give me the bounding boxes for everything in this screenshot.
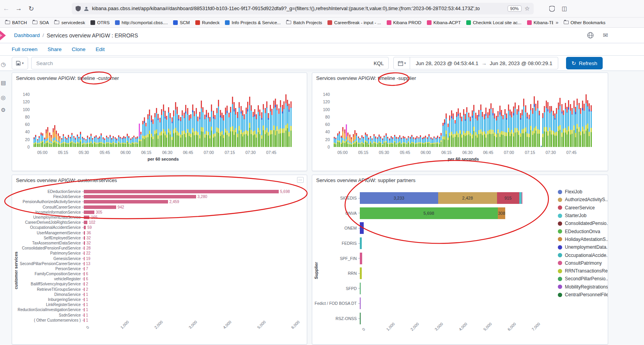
bar[interactable] <box>84 293 85 296</box>
bar-segment[interactable] <box>360 313 361 324</box>
zoom-level-badge[interactable]: 90% <box>508 5 522 12</box>
discover-icon[interactable]: ◎ <box>1 94 5 101</box>
bar[interactable] <box>84 195 196 198</box>
timeline-bar[interactable] <box>591 94 592 147</box>
bookmark-item[interactable]: Info Projects & Service... <box>222 19 283 26</box>
bar-segment[interactable]: 3,233 <box>360 192 438 204</box>
bookmark-item[interactable]: Kibana PROD <box>384 19 424 26</box>
share-link[interactable]: Share <box>48 46 62 52</box>
bar-segment[interactable]: 2,428 <box>438 192 497 204</box>
back-icon[interactable]: ← <box>0 5 12 12</box>
bookmark-item[interactable]: Batch Projects <box>283 19 325 26</box>
bookmark-item[interactable]: Kibana-ACPT <box>424 19 464 26</box>
other-bookmarks[interactable]: Other Bookmarks <box>561 19 608 26</box>
search-input[interactable] <box>32 60 373 66</box>
bar[interactable] <box>84 277 85 281</box>
bar[interactable] <box>84 267 85 271</box>
bookmark-star-icon[interactable]: ☆ <box>525 5 530 12</box>
bookmark-item[interactable]: servicedesk <box>51 19 88 26</box>
bookmark-item[interactable]: Kibana-TEST <box>524 19 554 26</box>
legend-item[interactable]: ConsultPatrimony <box>558 259 608 267</box>
bar[interactable] <box>84 298 85 301</box>
legend-item[interactable]: ConsolidatedPensio... <box>558 219 608 227</box>
bar[interactable] <box>84 262 85 265</box>
bar-segment[interactable] <box>360 253 362 264</box>
legend-item[interactable]: StarterJob <box>558 212 608 219</box>
bar-segment[interactable] <box>522 192 522 204</box>
bar-segment[interactable] <box>360 297 361 309</box>
bar[interactable] <box>84 221 87 224</box>
bookmark-item[interactable]: CareerBreak - input - ... <box>325 19 384 26</box>
bookmark-item[interactable]: SCM <box>170 19 193 26</box>
legend-item[interactable]: UnemploymentData... <box>558 243 608 251</box>
kibana-logo-icon[interactable] <box>0 30 6 41</box>
bookmark-item[interactable]: OTRS <box>88 19 112 26</box>
legend-item[interactable]: HolidayAttestationS... <box>558 235 608 243</box>
legend-item[interactable]: FlexiJob <box>558 188 608 196</box>
timeline-bar[interactable] <box>290 94 292 147</box>
site-permissions-icon[interactable] <box>84 6 89 11</box>
clone-link[interactable]: Clone <box>72 46 85 52</box>
bar-segment[interactable] <box>360 267 362 279</box>
bar[interactable] <box>84 200 168 203</box>
bar[interactable] <box>84 216 89 219</box>
tracking-protection-shield-icon[interactable] <box>76 6 81 11</box>
bar-segment[interactable]: 308 <box>498 207 505 219</box>
bar[interactable] <box>84 246 85 250</box>
visualize-icon[interactable]: ▤ <box>1 80 6 86</box>
panel-options-icon[interactable]: ⋯ <box>297 177 304 183</box>
bar[interactable] <box>84 282 85 286</box>
bar[interactable] <box>84 211 94 214</box>
bar[interactable] <box>84 313 85 317</box>
bar[interactable] <box>84 308 85 311</box>
bar[interactable] <box>84 190 279 193</box>
bar[interactable] <box>84 231 85 235</box>
full-screen-link[interactable]: Full screen <box>12 46 37 52</box>
legend-item[interactable]: CareerService <box>558 204 608 212</box>
bar-segment[interactable]: 5,698 <box>360 207 498 219</box>
recent-icon[interactable]: ◷ <box>1 61 5 67</box>
legend-item[interactable]: AuthorizedActivityS... <box>558 196 608 203</box>
kql-toggle[interactable]: KQL <box>373 60 388 66</box>
globe-icon[interactable] <box>587 32 594 39</box>
mail-icon[interactable]: ✉ <box>603 32 608 39</box>
bar[interactable] <box>84 236 85 240</box>
calendar-button[interactable]: ▾ <box>394 57 410 69</box>
bookmark-item[interactable]: SOA <box>30 19 51 26</box>
legend-item[interactable]: RRNTransactionsRest <box>558 267 608 275</box>
bar[interactable] <box>84 303 85 306</box>
bookmark-item[interactable]: http://scmportal.cbss.... <box>112 19 170 26</box>
refresh-button[interactable]: ↻ Refresh <box>566 57 603 69</box>
bar[interactable] <box>84 272 85 276</box>
legend-item[interactable]: OccupationalAccide... <box>558 251 608 259</box>
bar-segment[interactable] <box>360 237 362 249</box>
legend-item[interactable]: CentralPersonnelFile <box>558 291 608 299</box>
reload-icon[interactable]: ↻ <box>25 5 37 13</box>
bar[interactable] <box>84 241 85 245</box>
bar-segment[interactable] <box>360 283 361 294</box>
breadcrumb-dashboard-link[interactable]: Dashboard <box>14 32 40 38</box>
bookmarks-overflow-icon[interactable]: » <box>553 19 561 25</box>
edit-link[interactable]: Edit <box>96 46 104 52</box>
management-icon[interactable]: ⚙ <box>1 107 6 113</box>
bar[interactable] <box>84 226 86 229</box>
legend-item[interactable]: MobilityRegistrations <box>558 283 608 291</box>
bar-segment[interactable]: 915 <box>497 192 519 204</box>
bar[interactable] <box>84 251 85 255</box>
sidebar-icon[interactable]: ◫ <box>562 5 567 12</box>
legend-item[interactable]: EDeductionOnva <box>558 227 608 235</box>
forward-icon[interactable]: → <box>12 5 25 12</box>
saved-query-button[interactable]: ▾ <box>12 57 28 69</box>
time-range[interactable]: Jun 28, 2023 @ 04:53:44.1 → Jun 28, 2023… <box>410 60 558 66</box>
legend-item[interactable]: SecondPillarPensio... <box>558 275 608 283</box>
bar[interactable] <box>84 288 85 291</box>
bookmark-item[interactable]: Checkmk Local site ac... <box>464 19 524 26</box>
bar[interactable] <box>84 318 85 322</box>
bar-segment[interactable] <box>360 222 364 234</box>
bookmark-item[interactable]: Rundeck <box>193 19 222 26</box>
url-bar[interactable]: kibana.paas.cbss.inet/app/kibana#/dashbo… <box>72 3 534 14</box>
bar[interactable] <box>84 205 116 209</box>
time-to[interactable]: Jun 28, 2023 @ 08:00:29.1 <box>490 60 552 66</box>
time-from[interactable]: Jun 28, 2023 @ 04:53:44.1 <box>416 60 478 66</box>
pocket-shield-icon[interactable] <box>549 6 555 12</box>
